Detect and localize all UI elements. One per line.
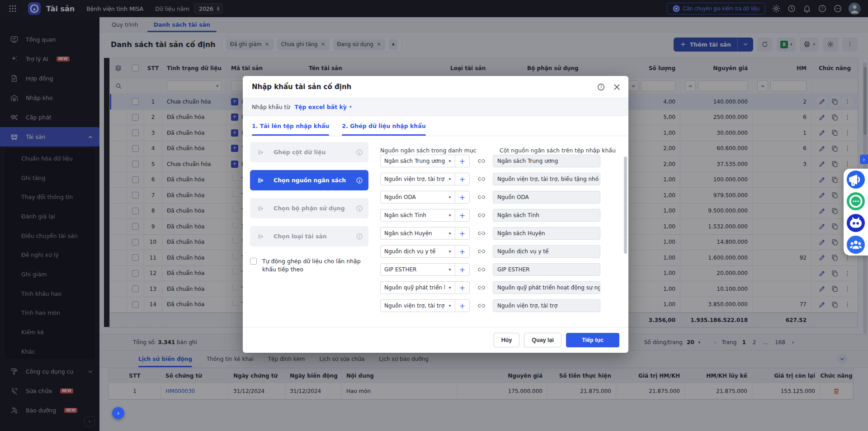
link-icon bbox=[477, 229, 486, 237]
link-icon bbox=[477, 247, 486, 256]
steps-icon bbox=[257, 233, 264, 240]
add-budget-source-button[interactable]: + bbox=[455, 282, 469, 294]
chat-support-icon[interactable] bbox=[847, 192, 865, 210]
steps-icon bbox=[257, 205, 264, 212]
back-button[interactable]: Quay lại bbox=[524, 333, 561, 347]
mapping-step-chọn-loại-tài-sản[interactable]: Chọn loại tài sản bbox=[250, 226, 368, 246]
mapping-row: Ngân sách Tỉnh▾+Ngân sách Tỉnh bbox=[380, 209, 600, 222]
file-column-value[interactable]: Nguồn ODA bbox=[493, 191, 600, 204]
import-step[interactable]: 1. Tải lên tệp nhập khẩu bbox=[252, 116, 329, 136]
budget-source-select[interactable]: Ngân sách Huyện▾+ bbox=[380, 227, 470, 240]
modal-body: Ghép cột dữ liệuChọn nguồn ngân sáchChọn… bbox=[243, 136, 628, 327]
file-column-value[interactable]: Ngân sách Tỉnh bbox=[493, 209, 600, 222]
catalog-column-header: Nguồn ngân sách trong danh mục bbox=[380, 147, 476, 154]
mapping-scrollbar[interactable] bbox=[624, 156, 627, 254]
budget-source-value: Ngân sách Huyện bbox=[381, 227, 445, 239]
budget-source-select[interactable]: GIP ESTHER▾+ bbox=[380, 263, 470, 276]
cancel-button[interactable]: Hủy bbox=[494, 333, 520, 347]
file-column-value[interactable]: GIP ESTHER bbox=[493, 263, 600, 276]
info-icon[interactable] bbox=[356, 149, 363, 156]
file-column-value[interactable]: Nguồn viện trợ, tài trợ, biếu tặng nhỏ l… bbox=[493, 173, 600, 185]
select-caret-icon[interactable]: ▾ bbox=[445, 191, 455, 203]
auto-map-checkbox[interactable] bbox=[250, 258, 257, 265]
mapping-step-chọn-bộ-phận-sử-dụng[interactable]: Chọn bộ phận sử dụng bbox=[250, 198, 368, 218]
budget-source-select[interactable]: Nguồn quỹ phát triển hoạt ...▾+ bbox=[380, 281, 470, 294]
link-icon bbox=[477, 302, 486, 310]
link-icon bbox=[477, 211, 486, 219]
add-budget-source-button[interactable]: + bbox=[455, 191, 469, 203]
budget-source-select[interactable]: Nguồn viện trợ, tài trợ, biế...▾+ bbox=[380, 173, 470, 185]
link-icon bbox=[475, 157, 488, 165]
modal-close-icon[interactable] bbox=[613, 83, 621, 91]
mapping-row: GIP ESTHER▾+GIP ESTHER bbox=[380, 263, 600, 276]
announcement-icon[interactable] bbox=[847, 171, 865, 189]
select-caret-icon[interactable]: ▾ bbox=[445, 155, 455, 167]
link-icon bbox=[475, 284, 488, 292]
budget-source-value: Nguồn dịch vụ y tế bbox=[381, 246, 445, 257]
file-column-value[interactable]: Ngân sách Huyện bbox=[493, 227, 600, 240]
mapping-step-ghép-cột-dữ-liệu[interactable]: Ghép cột dữ liệu bbox=[250, 142, 368, 162]
file-column-header: Cột nguồn ngân sách trên tệp nhập khẩu bbox=[500, 147, 616, 154]
add-budget-source-button[interactable]: + bbox=[455, 209, 469, 221]
edge-expand-tab[interactable]: › bbox=[860, 155, 868, 164]
budget-source-value: Nguồn viện trợ, tài trợ, biế... bbox=[381, 173, 445, 185]
link-icon bbox=[475, 265, 488, 274]
budget-source-value: Ngân sách Tỉnh bbox=[381, 209, 445, 221]
import-from-select[interactable]: Tệp excel bất kỳ ▾ bbox=[294, 104, 351, 110]
mapping-row: Ngân sách Huyện▾+Ngân sách Huyện bbox=[380, 227, 600, 240]
select-caret-icon[interactable]: ▾ bbox=[445, 173, 455, 185]
community-icon[interactable] bbox=[847, 236, 865, 254]
auto-map-option: Tự động ghép dữ liệu cho lần nhập khẩu t… bbox=[250, 257, 368, 274]
import-modal: Nhập khẩu tài sản cố định ? Nhập khẩu từ… bbox=[243, 76, 628, 353]
mapping-row: Nguồn viện trợ, tài trợ, biế...▾+Nguồn v… bbox=[380, 173, 600, 185]
select-caret-icon[interactable]: ▾ bbox=[445, 300, 455, 312]
add-budget-source-button[interactable]: + bbox=[455, 300, 469, 312]
auto-map-label: Tự động ghép dữ liệu cho lần nhập khẩu t… bbox=[262, 257, 364, 274]
budget-source-select[interactable]: Nguồn ODA▾+ bbox=[380, 191, 470, 204]
file-column-value[interactable]: Ngân sách Trung ương bbox=[493, 155, 600, 167]
mapping-row: Nguồn ODA▾+Nguồn ODA bbox=[380, 191, 600, 204]
steps-icon bbox=[257, 177, 264, 184]
file-column-value[interactable]: Nguồn viện trợ, tài trợ bbox=[493, 299, 600, 312]
budget-source-value: GIP ESTHER bbox=[381, 264, 445, 275]
svg-text:?: ? bbox=[600, 85, 602, 89]
add-budget-source-button[interactable]: + bbox=[455, 227, 469, 239]
file-column-value[interactable]: Nguồn quỹ phát triển hoạt động sự nghiệp bbox=[493, 281, 600, 294]
budget-source-select[interactable]: Ngân sách Tỉnh▾+ bbox=[380, 209, 470, 222]
quick-guide-button[interactable]: › bbox=[112, 407, 124, 419]
mapping-step-label: Ghép cột dữ liệu bbox=[274, 149, 326, 156]
budget-source-select[interactable]: Nguồn viện trợ, tài trợ▾+ bbox=[380, 299, 470, 312]
select-caret-icon[interactable]: ▾ bbox=[445, 264, 455, 275]
add-budget-source-button[interactable]: + bbox=[455, 155, 469, 167]
mapping-row: Nguồn quỹ phát triển hoạt ...▾+Nguồn quỹ… bbox=[380, 281, 600, 294]
add-budget-source-button[interactable]: + bbox=[455, 246, 469, 257]
mapping-steps-panel: Ghép cột dữ liệuChọn nguồn ngân sáchChọn… bbox=[250, 142, 368, 274]
mapping-step-chọn-nguồn-ngân-sách[interactable]: Chọn nguồn ngân sách bbox=[250, 170, 368, 190]
link-icon bbox=[475, 193, 488, 201]
link-icon bbox=[475, 175, 488, 183]
info-icon[interactable] bbox=[356, 233, 363, 240]
link-icon bbox=[477, 175, 486, 183]
mapping-row: Nguồn dịch vụ y tế▾+Nguồn dịch vụ y tế bbox=[380, 245, 600, 258]
modal-footer: Hủy Quay lại Tiếp tục bbox=[243, 327, 628, 353]
link-icon bbox=[475, 302, 488, 310]
select-caret-icon[interactable]: ▾ bbox=[445, 209, 455, 221]
select-caret-icon[interactable]: ▾ bbox=[445, 246, 455, 257]
budget-source-select[interactable]: Ngân sách Trung ương▾+ bbox=[380, 155, 470, 167]
budget-source-value: Nguồn ODA bbox=[381, 191, 445, 203]
add-budget-source-button[interactable]: + bbox=[455, 173, 469, 185]
continue-button[interactable]: Tiếp tục bbox=[566, 333, 619, 347]
select-caret-icon[interactable]: ▾ bbox=[445, 227, 455, 239]
import-step[interactable]: 2. Ghép dữ liệu nhập khẩu bbox=[342, 116, 425, 136]
budget-source-select[interactable]: Nguồn dịch vụ y tế▾+ bbox=[380, 245, 470, 258]
mapping-panel: Nguồn ngân sách trong danh mục Cột nguồn… bbox=[380, 136, 621, 327]
file-column-value[interactable]: Nguồn dịch vụ y tế bbox=[493, 245, 600, 258]
add-budget-source-button[interactable]: + bbox=[455, 264, 469, 275]
assistant-bot-icon[interactable] bbox=[847, 214, 865, 232]
info-icon[interactable] bbox=[356, 205, 363, 212]
modal-help-icon[interactable]: ? bbox=[597, 83, 605, 91]
link-icon bbox=[475, 229, 488, 237]
info-icon[interactable] bbox=[356, 177, 363, 184]
select-caret-icon[interactable]: ▾ bbox=[445, 282, 455, 294]
import-from-value: Tệp excel bất kỳ bbox=[294, 104, 347, 110]
